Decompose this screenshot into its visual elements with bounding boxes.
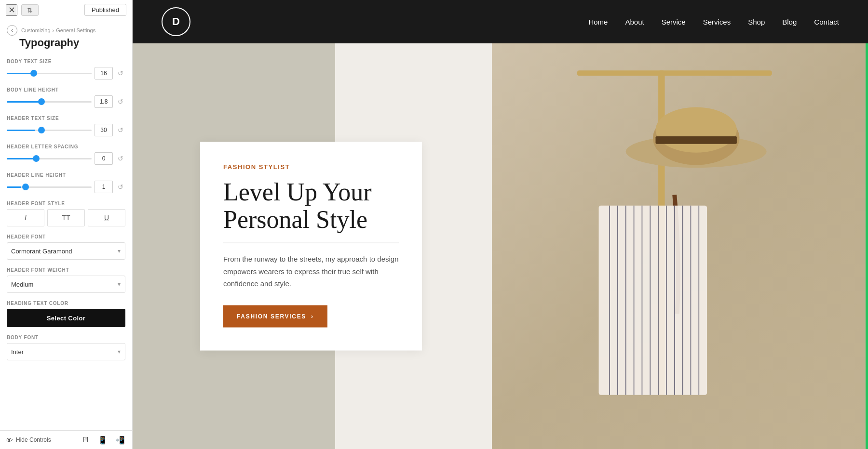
header-letter-spacing-reset[interactable]: ↺ — [116, 154, 125, 163]
breadcrumb-back-button[interactable]: ‹ — [7, 25, 17, 36]
header-line-height-slider-row: 1 ↺ — [7, 181, 125, 193]
header-font-weight-select-wrapper: Medium Light Bold — [7, 276, 125, 293]
breadcrumb-section: General Settings — [56, 27, 95, 33]
header-text-size-input[interactable]: 30 — [95, 124, 113, 136]
header-letter-spacing-slider[interactable] — [7, 158, 92, 159]
nav-link-contact[interactable]: Contact — [814, 18, 839, 26]
header-line-height-group: HEADER LINE HEIGHT 1 ↺ — [7, 172, 125, 193]
body-font-select[interactable]: Inter Arial Open Sans — [7, 343, 125, 360]
header-font-select[interactable]: Cormorant Garamond Georgia Playfair Disp… — [7, 242, 125, 260]
body-text-size-reset[interactable]: ↺ — [116, 68, 125, 78]
panel-title: Typography — [0, 36, 132, 55]
cta-label: FASHION SERVICES — [237, 313, 306, 319]
font-style-row: I TT U — [7, 209, 125, 226]
body-text-size-slider-row: 16 ↺ — [7, 67, 125, 79]
heading-text-color-label: HEADING TEXT COLOR — [7, 301, 125, 306]
body-text-size-slider[interactable] — [7, 73, 92, 74]
header-font-group: HEADER FONT Cormorant Garamond Georgia P… — [7, 234, 125, 260]
header-font-weight-label: HEADER FONT WEIGHT — [7, 267, 125, 273]
header-font-select-wrapper: Cormorant Garamond Georgia Playfair Disp… — [7, 242, 125, 260]
hero-card: FASHION STYLIST Level Up Your Personal S… — [200, 142, 422, 351]
hero-title: Level Up Your Personal Style — [223, 178, 399, 233]
body-line-height-label: BODY LINE HEIGHT — [7, 87, 125, 92]
panel-controls: BODY TEXT SIZE 16 ↺ BODY LINE HEIGHT 1.8… — [0, 55, 132, 430]
header-font-label: HEADER FONT — [7, 234, 125, 239]
header-line-height-input[interactable]: 1 — [95, 181, 113, 193]
footer-icons: 🖥 📱 📲 — [79, 435, 126, 445]
breadcrumb-customizing: Customizing — [21, 27, 51, 33]
nav-link-services[interactable]: Services — [703, 18, 731, 26]
reorder-button[interactable]: ⇅ — [21, 4, 39, 16]
nav-link-service[interactable]: Service — [662, 18, 686, 26]
header-font-weight-group: HEADER FONT WEIGHT Medium Light Bold — [7, 267, 125, 293]
header-line-height-slider[interactable] — [7, 186, 92, 188]
green-accent-bar — [866, 43, 868, 449]
desktop-view-icon[interactable]: 🖥 — [79, 435, 92, 445]
body-font-group: BODY FONT Inter Arial Open Sans — [7, 335, 125, 360]
nav-link-about[interactable]: About — [625, 18, 644, 26]
header-text-size-label: HEADER TEXT SIZE — [7, 116, 125, 121]
body-line-height-input[interactable]: 1.8 — [95, 95, 113, 108]
svg-rect-3 — [577, 70, 772, 76]
hide-controls-button[interactable]: 👁 Hide Controls — [6, 436, 51, 444]
hero-image-block — [492, 43, 868, 449]
main-preview: D Home About Service Services Shop Blog … — [133, 0, 868, 449]
body-font-label: BODY FONT — [7, 335, 125, 340]
body-line-height-group: BODY LINE HEIGHT 1.8 ↺ — [7, 87, 125, 108]
body-font-select-wrapper: Inter Arial Open Sans — [7, 343, 125, 360]
nav-link-home[interactable]: Home — [588, 18, 608, 26]
header-font-weight-select[interactable]: Medium Light Bold — [7, 276, 125, 293]
header-letter-spacing-label: HEADER LETTER SPACING — [7, 144, 125, 149]
header-font-style-group: HEADER FONT STYLE I TT U — [7, 201, 125, 226]
hero-body-text: From the runway to the streets, my appro… — [223, 253, 399, 290]
site-navigation: D Home About Service Services Shop Blog … — [133, 0, 868, 43]
select-color-button[interactable]: Select Color — [7, 309, 125, 327]
header-text-size-slider[interactable] — [7, 130, 92, 131]
header-text-size-slider-row: 30 ↺ — [7, 124, 125, 136]
mobile-view-icon[interactable]: 📲 — [114, 435, 126, 445]
site-logo: D — [162, 7, 190, 36]
close-button[interactable]: ✕ — [6, 4, 17, 16]
fashion-illustration — [492, 43, 868, 449]
image-bg — [492, 43, 868, 449]
header-line-height-label: HEADER LINE HEIGHT — [7, 172, 125, 178]
svg-point-6 — [655, 107, 736, 152]
body-text-size-group: BODY TEXT SIZE 16 ↺ — [7, 59, 125, 79]
body-line-height-reset[interactable]: ↺ — [116, 97, 125, 106]
header-letter-spacing-input[interactable]: 0 — [95, 152, 113, 165]
hero-divider — [223, 243, 399, 243]
breadcrumb-separator: › — [53, 27, 54, 33]
cta-arrow-icon: › — [311, 313, 314, 319]
panel-footer: 👁 Hide Controls 🖥 📱 📲 — [0, 430, 132, 449]
body-line-height-slider[interactable] — [7, 101, 92, 103]
allcaps-style-button[interactable]: TT — [47, 209, 85, 226]
underline-style-button[interactable]: U — [88, 209, 125, 226]
tablet-view-icon[interactable]: 📱 — [96, 435, 109, 445]
header-letter-spacing-slider-row: 0 ↺ — [7, 152, 125, 165]
header-line-height-reset[interactable]: ↺ — [116, 182, 125, 192]
published-button[interactable]: Published — [84, 4, 126, 16]
header-font-style-label: HEADER FONT STYLE — [7, 201, 125, 206]
heading-text-color-group: HEADING TEXT COLOR Select Color — [7, 301, 125, 327]
fashion-services-button[interactable]: FASHION SERVICES › — [223, 305, 327, 327]
body-text-size-label: BODY TEXT SIZE — [7, 59, 125, 64]
topbar-left: ✕ ⇅ — [6, 4, 39, 16]
breadcrumb: ‹ Customizing › General Settings — [0, 20, 132, 36]
eye-icon: 👁 — [6, 436, 13, 444]
header-letter-spacing-group: HEADER LETTER SPACING 0 ↺ — [7, 144, 125, 165]
italic-style-button[interactable]: I — [7, 209, 44, 226]
hide-controls-label: Hide Controls — [16, 436, 51, 443]
fashion-stylist-label: FASHION STYLIST — [223, 163, 399, 171]
left-panel: ✕ ⇅ Published ‹ Customizing › General Se… — [0, 0, 133, 449]
body-line-height-slider-row: 1.8 ↺ — [7, 95, 125, 108]
hero-section: FASHION STYLIST Level Up Your Personal S… — [133, 43, 868, 449]
header-text-size-reset[interactable]: ↺ — [116, 125, 125, 135]
nav-links: Home About Service Services Shop Blog Co… — [588, 18, 839, 26]
nav-link-shop[interactable]: Shop — [748, 18, 765, 26]
logo-letter: D — [172, 15, 180, 28]
body-text-size-input[interactable]: 16 — [95, 67, 113, 79]
nav-link-blog[interactable]: Blog — [782, 18, 797, 26]
svg-rect-7 — [655, 136, 736, 144]
panel-topbar: ✕ ⇅ Published — [0, 0, 132, 20]
header-text-size-group: HEADER TEXT SIZE 30 ↺ — [7, 116, 125, 136]
